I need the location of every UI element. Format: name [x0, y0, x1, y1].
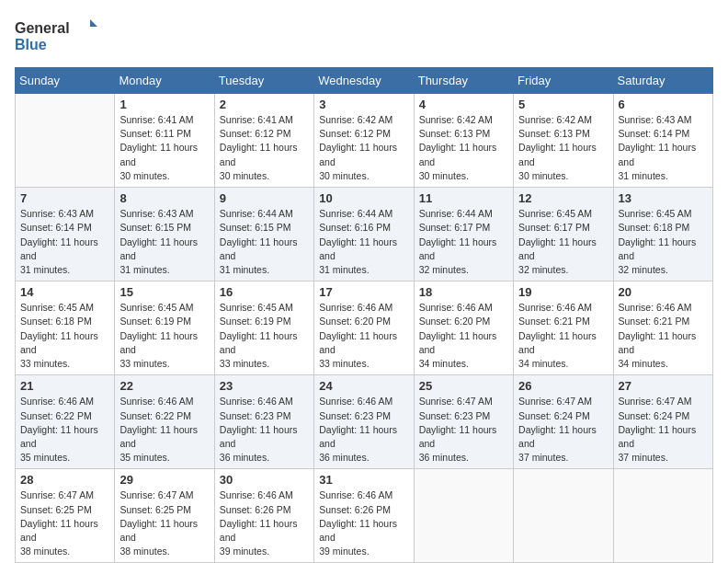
calendar-day-cell: 19Sunrise: 6:46 AMSunset: 6:21 PMDayligh…: [514, 282, 613, 375]
day-number: 30: [220, 473, 309, 487]
day-detail: Sunrise: 6:46 AMSunset: 6:20 PMDaylight:…: [419, 301, 508, 371]
day-number: 8: [119, 191, 209, 205]
day-number: 22: [119, 379, 209, 393]
day-number: 21: [20, 379, 109, 393]
day-number: 25: [419, 379, 508, 393]
svg-marker-2: [90, 19, 97, 27]
calendar-week-row: 14Sunrise: 6:45 AMSunset: 6:18 PMDayligh…: [16, 282, 713, 375]
day-number: 31: [319, 473, 408, 487]
day-number: 4: [419, 98, 508, 111]
calendar-header-row: SundayMondayTuesdayWednesdayThursdayFrid…: [16, 68, 713, 94]
calendar-day-cell: 22Sunrise: 6:46 AMSunset: 6:22 PMDayligh…: [115, 375, 214, 469]
day-number: 24: [319, 379, 408, 393]
day-detail: Sunrise: 6:44 AMSunset: 6:17 PMDaylight:…: [419, 207, 508, 277]
calendar-week-row: 21Sunrise: 6:46 AMSunset: 6:22 PMDayligh…: [16, 375, 713, 469]
day-number: 1: [119, 98, 209, 111]
calendar-day-cell: [16, 94, 115, 188]
day-number: 18: [419, 285, 508, 299]
day-number: 14: [20, 285, 109, 299]
calendar-day-cell: 17Sunrise: 6:46 AMSunset: 6:20 PMDayligh…: [314, 282, 414, 375]
calendar-day-cell: 23Sunrise: 6:46 AMSunset: 6:23 PMDayligh…: [214, 375, 313, 469]
day-number: 17: [319, 285, 408, 299]
column-header-thursday: Thursday: [414, 68, 513, 94]
day-number: 11: [419, 191, 508, 205]
day-number: 10: [319, 191, 408, 205]
day-number: 20: [619, 285, 708, 299]
calendar-week-row: 1Sunrise: 6:41 AMSunset: 6:11 PMDaylight…: [16, 94, 713, 188]
day-detail: Sunrise: 6:45 AMSunset: 6:17 PMDaylight:…: [518, 207, 608, 277]
day-detail: Sunrise: 6:44 AMSunset: 6:16 PMDaylight:…: [319, 207, 408, 277]
calendar-day-cell: 29Sunrise: 6:47 AMSunset: 6:25 PMDayligh…: [115, 469, 214, 563]
svg-text:General: General: [15, 20, 70, 36]
column-header-monday: Monday: [115, 68, 214, 94]
calendar-day-cell: 16Sunrise: 6:45 AMSunset: 6:19 PMDayligh…: [214, 282, 313, 375]
day-number: 28: [20, 473, 109, 487]
calendar-week-row: 7Sunrise: 6:43 AMSunset: 6:14 PMDaylight…: [16, 188, 713, 282]
day-detail: Sunrise: 6:44 AMSunset: 6:15 PMDaylight:…: [220, 207, 309, 277]
generalblue-logo: General Blue: [15, 15, 97, 56]
day-detail: Sunrise: 6:47 AMSunset: 6:24 PMDaylight:…: [619, 395, 708, 465]
day-detail: Sunrise: 6:42 AMSunset: 6:13 PMDaylight:…: [419, 113, 508, 183]
calendar-day-cell: 10Sunrise: 6:44 AMSunset: 6:16 PMDayligh…: [314, 188, 414, 282]
calendar-day-cell: 28Sunrise: 6:47 AMSunset: 6:25 PMDayligh…: [16, 469, 115, 563]
day-detail: Sunrise: 6:47 AMSunset: 6:24 PMDaylight:…: [518, 395, 608, 465]
day-detail: Sunrise: 6:45 AMSunset: 6:19 PMDaylight:…: [220, 301, 309, 371]
day-detail: Sunrise: 6:46 AMSunset: 6:23 PMDaylight:…: [220, 395, 309, 465]
calendar-day-cell: 14Sunrise: 6:45 AMSunset: 6:18 PMDayligh…: [16, 282, 115, 375]
day-detail: Sunrise: 6:47 AMSunset: 6:25 PMDaylight:…: [119, 488, 209, 558]
calendar-day-cell: 20Sunrise: 6:46 AMSunset: 6:21 PMDayligh…: [613, 282, 712, 375]
page-header: General Blue: [15, 15, 713, 56]
day-detail: Sunrise: 6:45 AMSunset: 6:18 PMDaylight:…: [619, 207, 708, 277]
day-detail: Sunrise: 6:43 AMSunset: 6:14 PMDaylight:…: [619, 113, 708, 183]
calendar-day-cell: 27Sunrise: 6:47 AMSunset: 6:24 PMDayligh…: [613, 375, 712, 469]
calendar-day-cell: [414, 469, 513, 563]
day-detail: Sunrise: 6:45 AMSunset: 6:18 PMDaylight:…: [20, 301, 109, 371]
day-number: 29: [119, 473, 209, 487]
day-detail: Sunrise: 6:43 AMSunset: 6:14 PMDaylight:…: [20, 207, 109, 277]
calendar-day-cell: 3Sunrise: 6:42 AMSunset: 6:12 PMDaylight…: [314, 94, 414, 188]
column-header-friday: Friday: [514, 68, 613, 94]
calendar-day-cell: 8Sunrise: 6:43 AMSunset: 6:15 PMDaylight…: [115, 188, 214, 282]
calendar-day-cell: 11Sunrise: 6:44 AMSunset: 6:17 PMDayligh…: [414, 188, 513, 282]
day-number: 15: [119, 285, 209, 299]
calendar-table: SundayMondayTuesdayWednesdayThursdayFrid…: [15, 67, 713, 563]
column-header-sunday: Sunday: [16, 68, 115, 94]
calendar-day-cell: 24Sunrise: 6:46 AMSunset: 6:23 PMDayligh…: [314, 375, 414, 469]
day-number: 9: [220, 191, 309, 205]
calendar-day-cell: [613, 469, 712, 563]
day-number: 16: [220, 285, 309, 299]
column-header-tuesday: Tuesday: [214, 68, 313, 94]
day-number: 13: [619, 191, 708, 205]
day-detail: Sunrise: 6:46 AMSunset: 6:20 PMDaylight:…: [319, 301, 408, 371]
day-detail: Sunrise: 6:45 AMSunset: 6:19 PMDaylight:…: [119, 301, 209, 371]
calendar-day-cell: 30Sunrise: 6:46 AMSunset: 6:26 PMDayligh…: [214, 469, 313, 563]
calendar-day-cell: 9Sunrise: 6:44 AMSunset: 6:15 PMDaylight…: [214, 188, 313, 282]
column-header-saturday: Saturday: [613, 68, 712, 94]
calendar-day-cell: 2Sunrise: 6:41 AMSunset: 6:12 PMDaylight…: [214, 94, 313, 188]
day-number: 27: [619, 379, 708, 393]
calendar-day-cell: 21Sunrise: 6:46 AMSunset: 6:22 PMDayligh…: [16, 375, 115, 469]
day-detail: Sunrise: 6:46 AMSunset: 6:21 PMDaylight:…: [518, 301, 608, 371]
calendar-week-row: 28Sunrise: 6:47 AMSunset: 6:25 PMDayligh…: [16, 469, 713, 563]
day-number: 12: [518, 191, 608, 205]
day-number: 23: [220, 379, 309, 393]
day-detail: Sunrise: 6:41 AMSunset: 6:11 PMDaylight:…: [119, 113, 209, 183]
logo: General Blue: [15, 15, 97, 56]
calendar-day-cell: 1Sunrise: 6:41 AMSunset: 6:11 PMDaylight…: [115, 94, 214, 188]
calendar-day-cell: 25Sunrise: 6:47 AMSunset: 6:23 PMDayligh…: [414, 375, 513, 469]
day-number: 6: [619, 98, 708, 111]
day-number: 3: [319, 98, 408, 111]
calendar-day-cell: 6Sunrise: 6:43 AMSunset: 6:14 PMDaylight…: [613, 94, 712, 188]
svg-text:Blue: Blue: [15, 37, 47, 52]
calendar-day-cell: 26Sunrise: 6:47 AMSunset: 6:24 PMDayligh…: [514, 375, 613, 469]
calendar-day-cell: [514, 469, 613, 563]
day-number: 2: [220, 98, 309, 111]
day-detail: Sunrise: 6:46 AMSunset: 6:21 PMDaylight:…: [619, 301, 708, 371]
column-header-wednesday: Wednesday: [314, 68, 414, 94]
calendar-day-cell: 7Sunrise: 6:43 AMSunset: 6:14 PMDaylight…: [16, 188, 115, 282]
day-detail: Sunrise: 6:47 AMSunset: 6:23 PMDaylight:…: [419, 395, 508, 465]
calendar-day-cell: 15Sunrise: 6:45 AMSunset: 6:19 PMDayligh…: [115, 282, 214, 375]
day-detail: Sunrise: 6:46 AMSunset: 6:26 PMDaylight:…: [220, 488, 309, 558]
day-detail: Sunrise: 6:42 AMSunset: 6:12 PMDaylight:…: [319, 113, 408, 183]
day-detail: Sunrise: 6:46 AMSunset: 6:22 PMDaylight:…: [119, 395, 209, 465]
